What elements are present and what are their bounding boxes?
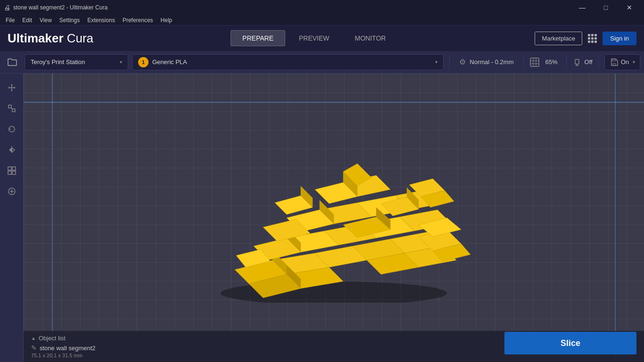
menu-edit[interactable]: Edit [18, 16, 36, 25]
svg-marker-17 [12, 148, 15, 152]
support-tool-button[interactable] [3, 183, 20, 200]
menu-view[interactable]: View [36, 16, 56, 25]
svg-rect-0 [530, 58, 539, 66]
infill-percent[interactable]: 65% [543, 58, 561, 66]
save-icon [610, 58, 619, 67]
model-svg [192, 152, 475, 303]
support-tool-icon [7, 187, 17, 196]
svg-rect-21 [12, 171, 16, 174]
object-list-label[interactable]: ▲ Object list [31, 335, 96, 342]
menu-help[interactable]: Help [157, 16, 176, 25]
svg-marker-16 [9, 148, 12, 152]
header: Ultimaker Cura PREPARE PREVIEW MONITOR M… [0, 25, 644, 51]
mirror-tool-button[interactable] [3, 141, 20, 158]
object-list-text: Object list [39, 335, 66, 342]
material-name: Generic PLA [152, 58, 187, 66]
toolbar-divider-3 [566, 55, 567, 69]
minimize-button[interactable]: — [571, 0, 593, 15]
svg-rect-19 [12, 167, 16, 170]
save-group[interactable]: On ▾ [604, 54, 640, 70]
3d-model [192, 152, 475, 317]
move-tool-button[interactable] [3, 79, 20, 96]
object-name: stone wall segment2 [40, 345, 96, 352]
marketplace-button[interactable]: Marketplace [535, 32, 582, 45]
nav-tabs: PREPARE PREVIEW MONITOR [231, 30, 397, 46]
grid-border-left [52, 74, 53, 362]
profile-name: Normal - 0.2mm [470, 58, 513, 66]
mirror-icon [7, 145, 17, 155]
tab-preview[interactable]: PREVIEW [287, 30, 341, 46]
rotate-tool-button[interactable] [3, 121, 20, 138]
left-toolbar [0, 74, 24, 362]
material-chevron-icon: ▾ [435, 59, 438, 65]
svg-line-14 [11, 108, 12, 109]
svg-rect-20 [8, 171, 11, 174]
infill-icon [529, 57, 540, 67]
settings-icon: ⚙ [459, 58, 466, 66]
grid-menu-icon[interactable] [586, 32, 599, 45]
profile-selector[interactable]: ⚙ Normal - 0.2mm [455, 58, 517, 66]
infill-group: 65% [529, 57, 561, 67]
save-label: On [621, 58, 629, 66]
object-info-panel: ▲ Object list ✎ stone wall segment2 75.1… [31, 335, 96, 358]
rotate-icon [7, 124, 17, 134]
header-right: Marketplace Sign in [535, 32, 636, 45]
main-content: ▲ Object list ✎ stone wall segment2 75.1… [0, 74, 644, 362]
toolbar-divider-1 [449, 55, 450, 69]
support-label: Off [585, 58, 593, 66]
material-badge: 1 [138, 57, 149, 67]
tab-prepare[interactable]: PREPARE [231, 30, 285, 46]
chevron-up-icon: ▲ [31, 336, 36, 341]
signin-button[interactable]: Sign in [603, 32, 636, 45]
close-button[interactable]: ✕ [619, 0, 640, 15]
merge-icon [7, 166, 17, 175]
edit-object-icon: ✎ [31, 344, 37, 352]
folder-icon [8, 58, 17, 66]
grid-border-right [615, 74, 616, 362]
printer-selector[interactable]: Teroy's Print Station ▾ [25, 54, 128, 70]
save-chevron-icon[interactable]: ▾ [633, 59, 635, 65]
app-icon: 🖨 [4, 4, 10, 11]
menu-file[interactable]: File [2, 16, 18, 25]
window-controls: — □ ✕ [571, 0, 640, 15]
material-selector[interactable]: 1 Generic PLA ▾ [132, 54, 444, 70]
toolbar: Teroy's Print Station ▾ 1 Generic PLA ▾ … [0, 51, 644, 74]
tab-monitor[interactable]: MONITOR [343, 30, 398, 46]
support-icon [572, 58, 582, 67]
toolbar-divider-4 [598, 55, 599, 69]
support-group[interactable]: Off [572, 58, 593, 67]
maximize-button[interactable]: □ [595, 0, 617, 15]
move-icon [7, 83, 17, 92]
svg-rect-12 [8, 105, 11, 108]
svg-rect-5 [575, 59, 579, 64]
merge-tool-button[interactable] [3, 162, 20, 179]
svg-rect-18 [8, 167, 11, 170]
object-dimensions: 75.1 x 20.1 x 31.5 mm [31, 353, 96, 358]
logo-text: Ultimaker Cura [8, 31, 93, 46]
menu-settings[interactable]: Settings [56, 16, 83, 25]
toolbar-divider-2 [523, 55, 524, 69]
scale-tool-button[interactable] [3, 100, 20, 117]
logo: Ultimaker Cura [8, 31, 93, 46]
menu-extensions[interactable]: Extensions [83, 16, 119, 25]
open-folder-button[interactable] [4, 54, 21, 71]
scale-icon [7, 104, 17, 113]
svg-rect-13 [12, 109, 15, 112]
title-bar: 🖨 stone wall segment2 - Ultimaker Cura —… [0, 0, 644, 15]
printer-name: Teroy's Print Station [31, 58, 85, 66]
grid-border-top [24, 102, 644, 103]
menu-preferences[interactable]: Preferences [119, 16, 157, 25]
slice-button[interactable]: Slice [504, 332, 636, 354]
menu-bar: File Edit View Settings Extensions Prefe… [0, 15, 644, 25]
window-title: stone wall segment2 - Ultimaker Cura [13, 4, 107, 11]
viewport[interactable]: ▲ Object list ✎ stone wall segment2 75.1… [24, 74, 644, 362]
printer-chevron-icon: ▾ [120, 59, 122, 65]
